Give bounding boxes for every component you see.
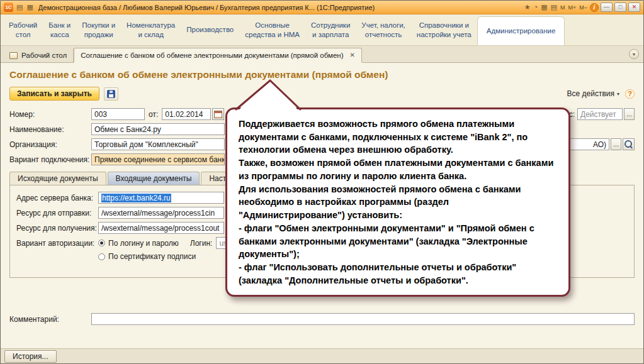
bank-more-button[interactable]: ... bbox=[611, 138, 621, 150]
tab-close-icon[interactable]: ✕ bbox=[349, 52, 354, 58]
tab-agreement-label: Соглашение с банком об обмене электронны… bbox=[81, 52, 343, 59]
tab-list-button[interactable]: ▼ bbox=[629, 49, 639, 59]
server-label: Адрес сервера банка: bbox=[16, 194, 98, 202]
memory-plus-icon[interactable]: M+ bbox=[567, 4, 577, 11]
calculator-icon[interactable]: ▤ bbox=[550, 4, 558, 11]
chevron-down-icon: ▾ bbox=[617, 91, 619, 97]
calendar-tool-icon[interactable]: ▦ bbox=[540, 4, 548, 11]
status-more-button[interactable]: ... bbox=[624, 108, 635, 120]
memory-icon[interactable]: M bbox=[560, 4, 566, 11]
comment-label: Комментарий: bbox=[9, 315, 91, 324]
tab-incoming-documents[interactable]: Входящие документы bbox=[108, 172, 200, 185]
desktop-icon bbox=[9, 52, 18, 59]
section-production[interactable]: Производство bbox=[181, 14, 239, 45]
date-label: от: bbox=[149, 110, 158, 119]
number-label: Номер: bbox=[9, 110, 91, 119]
tab-agreement[interactable]: Соглашение с банком об обмене электронны… bbox=[74, 48, 362, 63]
section-staff-salary[interactable]: Сотрудники и зарплата bbox=[305, 14, 356, 45]
all-actions-button[interactable]: Все действия ▾ bbox=[567, 89, 619, 98]
favorites-icon[interactable]: ★ bbox=[524, 4, 531, 11]
all-actions-label: Все действия bbox=[567, 89, 614, 98]
titlebar-controls: ★ ◔ ▦ ▤ M M+ M− i — □ ✕ bbox=[524, 3, 640, 12]
section-panel: Рабочий стол Банк и касса Покупки и прод… bbox=[1, 14, 643, 46]
section-accounting-taxes[interactable]: Учет, налоги, отчетность bbox=[356, 14, 411, 45]
send-resource-input[interactable]: /wsexternal/message/process1cin bbox=[98, 207, 224, 219]
comment-input[interactable] bbox=[91, 313, 635, 325]
command-bar: Записать и закрыть Все действия ▾ ? bbox=[9, 87, 635, 101]
send-resource-label: Ресурс для отправки: bbox=[16, 209, 98, 218]
tab-desktop[interactable]: Рабочий стол bbox=[3, 48, 74, 62]
section-fixed-assets[interactable]: Основные средства и НМА bbox=[239, 14, 305, 45]
document-tab-bar: Рабочий стол Соглашение с банком об обме… bbox=[1, 46, 643, 63]
connection-label: Вариант подключения: bbox=[9, 155, 91, 164]
history-button[interactable]: История... bbox=[4, 350, 57, 363]
calendar-icon bbox=[214, 111, 222, 118]
save-close-button[interactable]: Записать и закрыть bbox=[9, 87, 99, 101]
auth-login-radio[interactable] bbox=[98, 240, 105, 246]
date-input[interactable]: 01.02.2014 bbox=[162, 108, 211, 120]
tab-outgoing-documents[interactable]: Исходящие документы bbox=[9, 172, 106, 185]
organization-label: Организация: bbox=[9, 140, 91, 149]
auth-variant-label: Вариант авторизации: bbox=[16, 239, 98, 248]
section-administration[interactable]: Администрирование bbox=[477, 16, 565, 45]
page-title: Соглашение с банком об обмене электронны… bbox=[9, 69, 635, 80]
maximize-button[interactable]: □ bbox=[614, 3, 626, 12]
organization-input[interactable]: Торговый дом "Комплексный" bbox=[91, 138, 225, 150]
number-input[interactable]: 003 bbox=[91, 108, 145, 120]
memory-minus-icon[interactable]: M− bbox=[579, 4, 588, 11]
name-input[interactable]: Обмен с Банк24.ру bbox=[91, 123, 225, 135]
minimize-button[interactable]: — bbox=[601, 3, 613, 12]
bank-search-button[interactable] bbox=[623, 138, 635, 150]
receive-resource-input[interactable]: /wsexternal/message/process1cout bbox=[98, 222, 224, 234]
login-label: Логин: bbox=[190, 239, 213, 248]
window-title: Демонстрационная база / Любимов Валерий … bbox=[38, 4, 375, 11]
floppy-icon bbox=[107, 90, 115, 98]
title-bar: 1С ▤ ▦ Демонстрационная база / Любимов В… bbox=[1, 1, 643, 14]
name-label: Наименование: bbox=[9, 125, 91, 134]
status-field[interactable]: Действует bbox=[577, 108, 623, 120]
row-comment: Комментарий: bbox=[9, 313, 635, 325]
callout-text: Поддерживается возможность прямого обмен… bbox=[239, 118, 557, 287]
section-desktop[interactable]: Рабочий стол bbox=[3, 14, 43, 45]
callout-bubble: Поддерживается возможность прямого обмен… bbox=[225, 108, 570, 297]
section-bank-kassa[interactable]: Банк и касса bbox=[43, 14, 76, 45]
auth-cert-radio[interactable] bbox=[98, 253, 105, 260]
tab-desktop-label: Рабочий стол bbox=[21, 52, 67, 59]
server-value-selected: https://ext.bank24.ru bbox=[101, 194, 171, 202]
auth-login-label: По логину и паролю bbox=[108, 239, 179, 248]
close-button[interactable]: ✕ bbox=[628, 3, 640, 12]
history-icon[interactable]: ◔ bbox=[533, 4, 539, 11]
callout-tail bbox=[232, 79, 308, 113]
section-references-settings[interactable]: Справочники и настройки учета bbox=[411, 14, 477, 45]
save-button[interactable] bbox=[104, 87, 118, 101]
app-window: 1С ▤ ▦ Демонстрационная база / Любимов В… bbox=[0, 0, 644, 364]
info-icon[interactable]: i bbox=[590, 3, 599, 12]
section-purchases-sales[interactable]: Покупки и продажи bbox=[76, 14, 121, 45]
connection-input[interactable]: Прямое соединение с сервисом банка bbox=[91, 153, 225, 165]
receive-resource-label: Ресурс для получения: bbox=[16, 224, 98, 233]
new-document-icon[interactable]: ▤ bbox=[16, 4, 23, 11]
calendar-button[interactable] bbox=[212, 108, 224, 120]
server-input[interactable]: https://ext.bank24.ru bbox=[98, 192, 224, 204]
footer-bar: История... bbox=[1, 348, 643, 363]
open-document-icon[interactable]: ▦ bbox=[26, 4, 33, 11]
command-bar-right: Все действия ▾ ? bbox=[567, 89, 635, 99]
help-button[interactable]: ? bbox=[625, 89, 635, 99]
section-nomenclature-warehouse[interactable]: Номенклатура и склад bbox=[121, 14, 181, 45]
magnifier-icon bbox=[624, 140, 633, 148]
app-icon[interactable]: 1С bbox=[4, 3, 13, 12]
auth-cert-label: По сертификату подписи bbox=[108, 252, 196, 261]
